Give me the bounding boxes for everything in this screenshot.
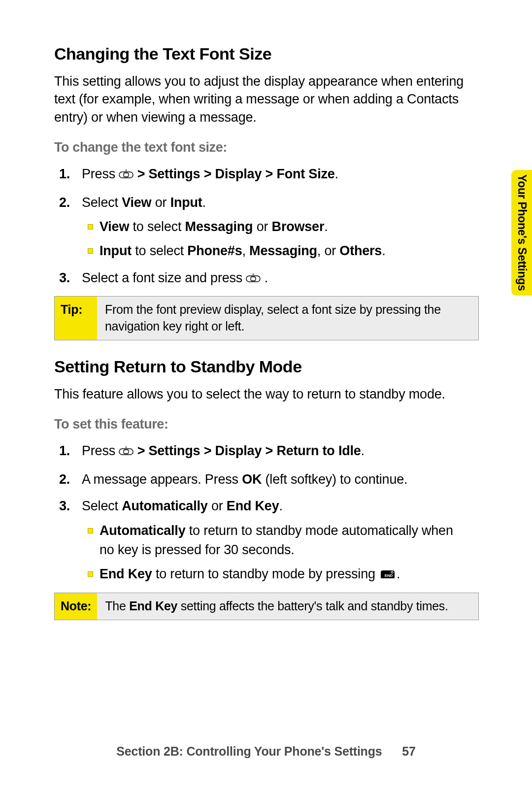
intro-font-size: This setting allows you to adjust the di…: [54, 72, 468, 126]
svg-rect-4: [251, 277, 256, 281]
standby-auto: Automatically to return to standby mode …: [100, 521, 468, 560]
svg-rect-7: [124, 450, 129, 454]
standby-step-1: 1. Press > Settings > Display > Return t…: [82, 441, 468, 463]
side-tab: Your Phone's Settings: [511, 170, 532, 296]
step-2: 2. Select View or Input. View to select …: [82, 193, 468, 261]
subhead-standby: To set this feature:: [54, 417, 483, 432]
svg-text:END: END: [385, 573, 393, 578]
steps-standby: 1. Press > Settings > Display > Return t…: [54, 441, 468, 586]
page-number: 57: [402, 744, 415, 759]
subhead-font-size: To change the text font size:: [54, 140, 483, 155]
step-1: 1. Press > Settings > Display > Font Siz…: [82, 164, 468, 186]
tip-body: From the font preview display, select a …: [97, 297, 478, 340]
nav-key-icon: [119, 442, 133, 463]
side-tab-label: Your Phone's Settings: [515, 174, 529, 291]
note-body: The End Key setting affects the battery'…: [97, 593, 478, 620]
intro-standby: This feature allows you to select the wa…: [54, 385, 468, 403]
tip-label: Tip:: [55, 297, 97, 340]
steps-font-size: 1. Press > Settings > Display > Font Siz…: [54, 164, 468, 289]
standby-step-2: 2. A message appears. Press OK (left sof…: [82, 469, 468, 490]
step-2-input: Input to select Phone#s, Messaging, or O…: [100, 241, 468, 261]
step-3: 3. Select a font size and press .: [82, 268, 468, 290]
tip-callout: Tip: From the font preview display, sele…: [54, 296, 479, 340]
step-2-sublist: View to select Messaging or Browser. Inp…: [82, 217, 468, 261]
standby-endkey: End Key to return to standby mode by pre…: [100, 565, 468, 586]
heading-standby: Setting Return to Standby Mode: [54, 357, 483, 376]
standby-step-3-sublist: Automatically to return to standby mode …: [82, 521, 468, 586]
heading-font-size: Changing the Text Font Size: [54, 44, 483, 64]
step-2-view: View to select Messaging or Browser.: [100, 217, 468, 236]
svg-rect-1: [124, 173, 129, 177]
nav-key-icon: [246, 269, 261, 290]
page-footer: Section 2B: Controlling Your Phone's Set…: [0, 744, 532, 759]
footer-text: Section 2B: Controlling Your Phone's Set…: [116, 744, 382, 758]
note-label: Note:: [55, 593, 97, 620]
note-callout: Note: The End Key setting affects the ba…: [54, 593, 479, 620]
standby-step-3: 3. Select Automatically or End Key. Auto…: [82, 496, 468, 586]
end-key-icon: END: [379, 566, 397, 586]
nav-key-icon: [119, 166, 133, 186]
